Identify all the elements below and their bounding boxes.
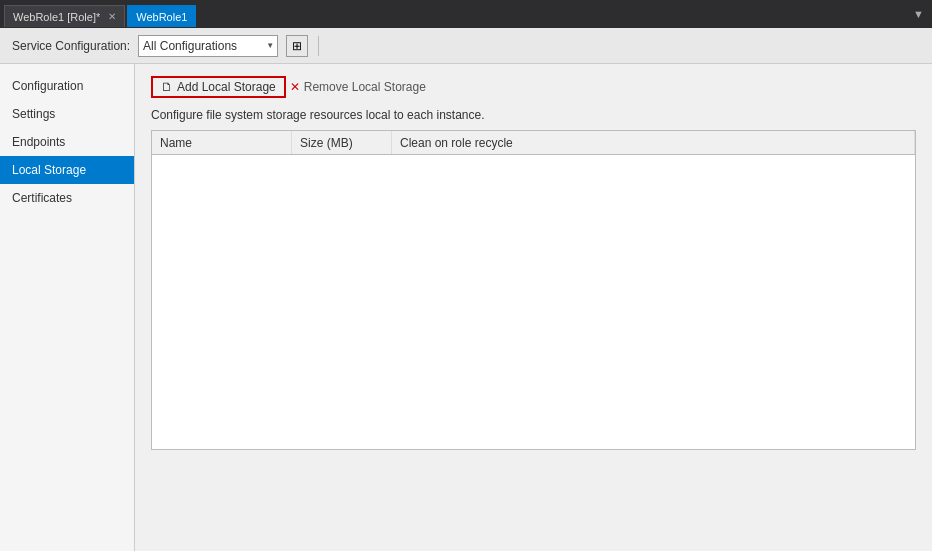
grid-header: Name Size (MB) Clean on role recycle <box>152 131 915 155</box>
tab-webrole-main-label: WebRole1 <box>136 11 187 23</box>
separator <box>318 36 319 56</box>
grid-header-size: Size (MB) <box>292 131 392 154</box>
title-bar-dropdown[interactable]: ▼ <box>913 8 928 20</box>
config-icon: ⊞ <box>292 39 302 53</box>
remove-local-storage-button[interactable]: ✕ Remove Local Storage <box>290 80 426 94</box>
service-config-label: Service Configuration: <box>12 39 130 53</box>
content-area: Configuration Settings Endpoints Local S… <box>0 64 932 551</box>
service-config-select-wrapper[interactable]: All Configurations Cloud Local <box>138 35 278 57</box>
config-icon-button[interactable]: ⊞ <box>286 35 308 57</box>
sidebar: Configuration Settings Endpoints Local S… <box>0 64 135 551</box>
remove-local-storage-icon: ✕ <box>290 80 300 94</box>
sidebar-item-local-storage[interactable]: Local Storage <box>0 156 134 184</box>
tab-webrole-modified-close[interactable]: ✕ <box>108 11 116 22</box>
grid-header-name: Name <box>152 131 292 154</box>
top-bar: Service Configuration: All Configuration… <box>0 28 932 64</box>
sidebar-item-certificates-label: Certificates <box>12 191 72 205</box>
add-local-storage-button[interactable]: 🗋 Add Local Storage <box>151 76 286 98</box>
sidebar-item-settings-label: Settings <box>12 107 55 121</box>
sidebar-item-settings[interactable]: Settings <box>0 100 134 128</box>
title-bar: WebRole1 [Role]* ✕ WebRole1 ▼ <box>0 0 932 28</box>
tab-webrole-modified-label: WebRole1 [Role]* <box>13 11 100 23</box>
sidebar-item-endpoints[interactable]: Endpoints <box>0 128 134 156</box>
remove-local-storage-label: Remove Local Storage <box>304 80 426 94</box>
sidebar-item-certificates[interactable]: Certificates <box>0 184 134 212</box>
toolbar: 🗋 Add Local Storage ✕ Remove Local Stora… <box>151 76 916 98</box>
add-local-storage-label: Add Local Storage <box>177 80 276 94</box>
panel: 🗋 Add Local Storage ✕ Remove Local Stora… <box>135 64 932 551</box>
main-content: Service Configuration: All Configuration… <box>0 28 932 551</box>
sidebar-item-local-storage-label: Local Storage <box>12 163 86 177</box>
service-config-select[interactable]: All Configurations Cloud Local <box>138 35 278 57</box>
sidebar-item-configuration-label: Configuration <box>12 79 83 93</box>
add-local-storage-icon: 🗋 <box>161 80 173 94</box>
tab-webrole-modified[interactable]: WebRole1 [Role]* ✕ <box>4 5 125 27</box>
window-frame: WebRole1 [Role]* ✕ WebRole1 ▼ Service Co… <box>0 0 932 551</box>
tab-webrole-main[interactable]: WebRole1 <box>127 5 196 27</box>
sidebar-item-endpoints-label: Endpoints <box>12 135 65 149</box>
grid-header-clean: Clean on role recycle <box>392 131 915 154</box>
sidebar-item-configuration[interactable]: Configuration <box>0 72 134 100</box>
panel-description: Configure file system storage resources … <box>151 108 916 122</box>
grid-body <box>152 155 915 449</box>
data-grid: Name Size (MB) Clean on role recycle <box>151 130 916 450</box>
